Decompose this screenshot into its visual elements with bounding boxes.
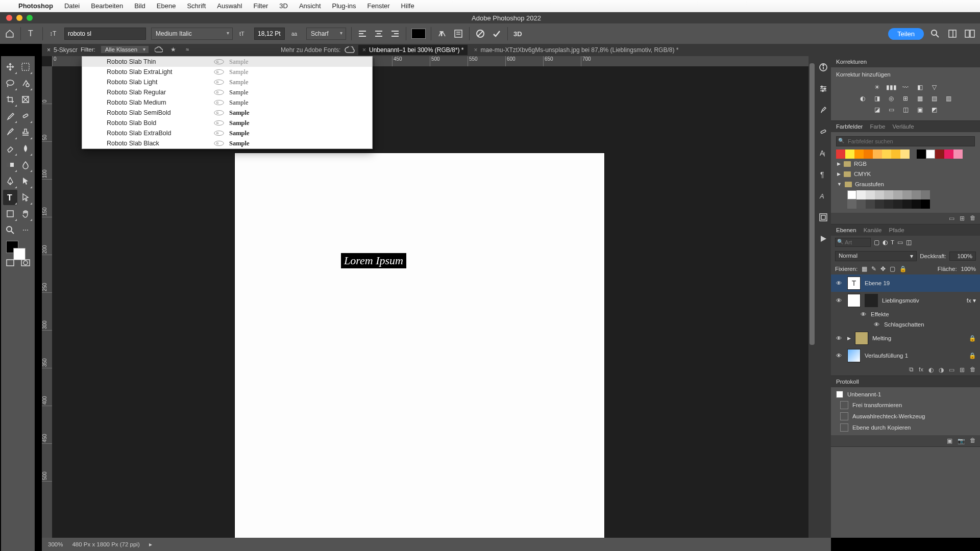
direct-select-icon[interactable]	[18, 190, 33, 205]
menu-auswahl[interactable]: Auswahl	[217, 2, 242, 10]
blend-mode-select[interactable]: Normal▾	[835, 251, 917, 261]
document-canvas[interactable]: Lorem Ipsum	[235, 153, 604, 538]
layer-name[interactable]: Lieblingsmotiv	[882, 297, 919, 304]
font-option[interactable]: Roboto Slab BlackGSample	[82, 138, 372, 148]
visibility-icon[interactable]: 👁	[835, 280, 843, 286]
swatch[interactable]	[921, 190, 930, 199]
character-panel-icon[interactable]	[453, 28, 464, 39]
new-group-icon[interactable]: ▭	[949, 215, 954, 222]
paragraph-panel-icon[interactable]: ¶	[818, 169, 828, 180]
frame-tool-icon[interactable]	[18, 92, 33, 107]
healing-tool-icon[interactable]	[18, 108, 33, 123]
share-button[interactable]: Teilen	[888, 28, 924, 40]
history-doc[interactable]: Unbenannt-1	[831, 389, 980, 399]
lasso-tool-icon[interactable]	[3, 76, 17, 91]
new-layer-icon[interactable]: ⊞	[960, 366, 965, 373]
tab-verlaeufe[interactable]: Verläufe	[892, 123, 914, 130]
tab-farbfelder[interactable]: Farbfelder	[836, 123, 863, 130]
3d-icon[interactable]: 3D	[513, 28, 524, 39]
info-panel-icon[interactable]	[818, 62, 828, 72]
swatch-group-rgb[interactable]: ▶RGB	[836, 159, 975, 169]
quick-mask-icon[interactable]	[18, 255, 33, 270]
glyphs-panel-icon[interactable]: A	[818, 191, 828, 201]
eraser-tool-icon[interactable]	[3, 141, 17, 156]
warp-text-icon[interactable]: T	[436, 28, 448, 39]
swatch[interactable]	[856, 199, 866, 209]
tab-ebenen[interactable]: Ebenen	[836, 227, 856, 233]
text-layer[interactable]: Lorem Ipsum	[341, 253, 406, 268]
swatch[interactable]	[847, 190, 856, 199]
swatch[interactable]	[845, 149, 854, 159]
exposure-icon[interactable]: ◧	[915, 83, 925, 92]
swatch[interactable]	[875, 199, 884, 209]
swatch[interactable]	[884, 190, 893, 199]
swatch[interactable]	[864, 149, 873, 159]
swatch[interactable]	[935, 149, 944, 159]
minimize-icon[interactable]	[16, 15, 22, 21]
search-icon[interactable]	[929, 28, 941, 40]
adjustments-icon[interactable]	[818, 127, 828, 137]
font-option[interactable]: Roboto Slab RegularGSample	[82, 87, 372, 97]
panel-title[interactable]: Protokoll	[836, 379, 859, 385]
swatch[interactable]	[873, 149, 882, 159]
swatch[interactable]	[944, 149, 953, 159]
swatch[interactable]	[882, 149, 891, 159]
opacity-value[interactable]: 100%	[949, 252, 976, 261]
font-class-select[interactable]: Alle Klassen	[101, 45, 149, 54]
selective-color-icon[interactable]: ▣	[915, 105, 925, 114]
swatch[interactable]	[921, 199, 930, 209]
layer-name[interactable]: Verlaufsfüllung 1	[865, 353, 908, 359]
app-name[interactable]: Photoshop	[18, 2, 53, 10]
fx-icon[interactable]: fx	[919, 366, 923, 373]
channel-mixer-icon[interactable]: ⊞	[900, 94, 911, 103]
vertical-scrollbar[interactable]	[808, 56, 816, 538]
color-lookup-icon[interactable]: ▦	[915, 94, 925, 103]
swatch[interactable]	[902, 199, 912, 209]
text-color-swatch[interactable]	[411, 29, 426, 39]
swatch[interactable]	[912, 199, 921, 209]
swatch[interactable]	[875, 190, 884, 199]
new-snapshot-from-icon[interactable]: ▣	[947, 437, 952, 444]
workspace-icon[interactable]	[946, 28, 959, 40]
menu-ansicht[interactable]: Ansicht	[299, 2, 321, 10]
layer-row[interactable]: 👁 T Ebene 19	[831, 274, 980, 292]
layer-effect-item[interactable]: 👁 Schlagschatten	[831, 319, 980, 330]
swatch[interactable]	[917, 149, 926, 159]
selective-color-icon[interactable]: ◫	[900, 105, 911, 114]
adjustment-icon[interactable]: ◑	[939, 366, 944, 373]
visibility-icon[interactable]: 👁	[835, 353, 843, 359]
filter-text-icon[interactable]: T	[891, 239, 894, 245]
blur-tool-icon[interactable]	[18, 157, 33, 172]
group-icon[interactable]: ▭	[949, 366, 954, 373]
link-layers-icon[interactable]: ⧉	[909, 366, 914, 373]
layer-row[interactable]: 👁 Lieblingsmotiv fx ▾	[831, 292, 980, 309]
fill-value[interactable]: 100%	[961, 266, 976, 272]
libraries-play-icon[interactable]	[818, 234, 828, 244]
align-left-icon[interactable]	[357, 28, 368, 39]
history-step[interactable]: Frei transformieren	[831, 399, 980, 411]
fx-badge[interactable]: fx ▾	[967, 297, 976, 304]
swatch[interactable]	[900, 149, 910, 159]
screen-mode-icon[interactable]	[3, 255, 17, 270]
vibrance-icon[interactable]: ▽	[929, 83, 939, 92]
selective-color-icon[interactable]: ◩	[929, 105, 939, 114]
visibility-icon[interactable]: 👁	[861, 311, 867, 317]
zoom-icon[interactable]	[27, 15, 33, 21]
brush-tool-icon[interactable]	[3, 124, 17, 140]
invert-icon[interactable]: ◪	[872, 105, 882, 114]
gradient-tool-icon[interactable]	[18, 141, 33, 156]
close-icon[interactable]	[6, 15, 12, 21]
artboard-tool-icon[interactable]	[18, 59, 33, 74]
tab-hidden-doc[interactable]: ×5-Skyscr	[42, 45, 83, 55]
tab-active-doc[interactable]: ×Unbenannt–1 bei 300% (RGB/8*) *	[358, 45, 468, 55]
favorite-icon[interactable]: ★	[168, 45, 178, 54]
panel-title[interactable]: Korrekturen	[836, 59, 867, 65]
menu-fenster[interactable]: Fenster	[368, 2, 390, 10]
layer-effects-row[interactable]: 👁 Effekte	[831, 309, 980, 319]
align-center-icon[interactable]	[373, 28, 384, 39]
swatch-search-input[interactable]	[836, 136, 975, 146]
threshold-icon[interactable]: ▥	[943, 94, 953, 103]
swatch[interactable]	[836, 149, 845, 159]
new-swatch-icon[interactable]: ⊞	[960, 215, 965, 222]
cancel-icon[interactable]	[475, 28, 486, 39]
